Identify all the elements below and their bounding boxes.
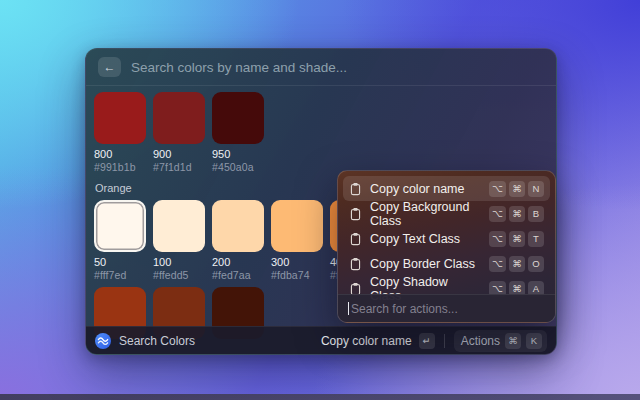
command-key-icon: ⌘ (509, 181, 525, 197)
clipboard-icon (349, 182, 362, 196)
option-key-icon: ⌥ (489, 206, 506, 222)
return-key-icon: ↵ (419, 333, 435, 349)
color-swatch[interactable] (271, 200, 323, 252)
color-swatch[interactable] (212, 92, 264, 144)
shade-number: 100 (153, 256, 205, 268)
shortcut-keys: ⌥ ⌘ T (489, 231, 544, 247)
search-colors-logo-icon (95, 333, 111, 349)
color-swatch[interactable] (153, 92, 205, 144)
action-label: Copy Border Class (370, 257, 475, 271)
shortcut-keys: ⌥ ⌘ O (489, 256, 544, 272)
letter-key: N (528, 181, 544, 197)
shade-number: 300 (271, 256, 323, 268)
option-key-icon: ⌥ (489, 256, 506, 272)
shade-hex: #fdba74 (271, 269, 323, 281)
shade-hex: #fed7aa (212, 269, 264, 281)
actions-search-input[interactable] (351, 302, 545, 316)
color-cell-orange-300[interactable]: 300 #fdba74 (271, 200, 323, 281)
option-key-icon: ⌥ (489, 231, 506, 247)
footer-divider (444, 334, 445, 348)
shade-hex: #ffedd5 (153, 269, 205, 281)
footer-actions: Copy color name ↵ Actions ⌘ K (321, 330, 547, 352)
letter-key: T (528, 231, 544, 247)
shade-hex: #fff7ed (94, 269, 146, 281)
actions-button[interactable]: Actions ⌘ K (454, 330, 547, 352)
clipboard-icon (349, 232, 362, 246)
shortcut-keys: ⌥ ⌘ B (489, 206, 544, 222)
action-copy-color-name[interactable]: Copy color name ⌥ ⌘ N (343, 176, 550, 201)
back-button[interactable]: ← (98, 57, 121, 77)
letter-key: O (528, 256, 544, 272)
red-shades-row: 800 #991b1b 900 #7f1d1d 950 #450a0a (94, 92, 548, 173)
option-key-icon: ⌥ (489, 181, 506, 197)
letter-key: B (528, 206, 544, 222)
status-bar: Search Colors Copy color name ↵ Actions … (86, 326, 556, 354)
command-key-icon: ⌘ (509, 231, 525, 247)
command-key-icon: ⌘ (509, 256, 525, 272)
color-cell-orange-200[interactable]: 200 #fed7aa (212, 200, 264, 281)
wallpaper-bottom-edge (0, 394, 640, 400)
shade-number: 50 (94, 256, 146, 268)
shade-number: 900 (153, 148, 205, 160)
shade-number: 200 (212, 256, 264, 268)
color-swatch[interactable] (212, 200, 264, 252)
shade-hex: #991b1b (94, 161, 146, 173)
color-swatch[interactable] (153, 200, 205, 252)
action-label: Copy Text Class (370, 232, 460, 246)
shade-hex: #7f1d1d (153, 161, 205, 173)
extension-name: Search Colors (119, 334, 195, 348)
action-label: Copy color name (370, 182, 465, 196)
color-cell-red-800[interactable]: 800 #991b1b (94, 92, 146, 173)
shade-number: 800 (94, 148, 146, 160)
color-cell-orange-50[interactable]: 50 #fff7ed (94, 200, 146, 281)
color-swatch[interactable] (94, 92, 146, 144)
action-copy-text-class[interactable]: Copy Text Class ⌥ ⌘ T (343, 226, 550, 251)
action-copy-background-class[interactable]: Copy Background Class ⌥ ⌘ B (343, 201, 550, 226)
color-search-input[interactable] (131, 60, 544, 75)
shade-hex: #450a0a (212, 161, 264, 173)
color-cell-orange-100[interactable]: 100 #ffedd5 (153, 200, 205, 281)
action-copy-border-class[interactable]: Copy Border Class ⌥ ⌘ O (343, 251, 550, 276)
actions-button-label: Actions (461, 334, 500, 348)
actions-list: Copy color name ⌥ ⌘ N Copy Background Cl… (338, 171, 555, 306)
color-cell-red-900[interactable]: 900 #7f1d1d (153, 92, 205, 173)
shade-number: 950 (212, 148, 264, 160)
command-key-icon: ⌘ (505, 333, 521, 349)
clipboard-icon (349, 207, 362, 221)
command-key-icon: ⌘ (509, 206, 525, 222)
shortcut-keys: ⌥ ⌘ N (489, 181, 544, 197)
clipboard-icon (349, 257, 362, 271)
primary-action-label[interactable]: Copy color name (321, 334, 412, 348)
action-label: Copy Background Class (370, 200, 481, 228)
search-header: ← (86, 49, 556, 86)
actions-search-bar (338, 294, 555, 322)
color-cell-red-950[interactable]: 950 #450a0a (212, 92, 264, 173)
actions-popover: Copy color name ⌥ ⌘ N Copy Background Cl… (337, 170, 556, 323)
k-key-icon: K (526, 333, 542, 349)
text-caret (348, 302, 349, 315)
color-swatch-selected[interactable] (94, 200, 146, 252)
extension-info: Search Colors (95, 333, 195, 349)
